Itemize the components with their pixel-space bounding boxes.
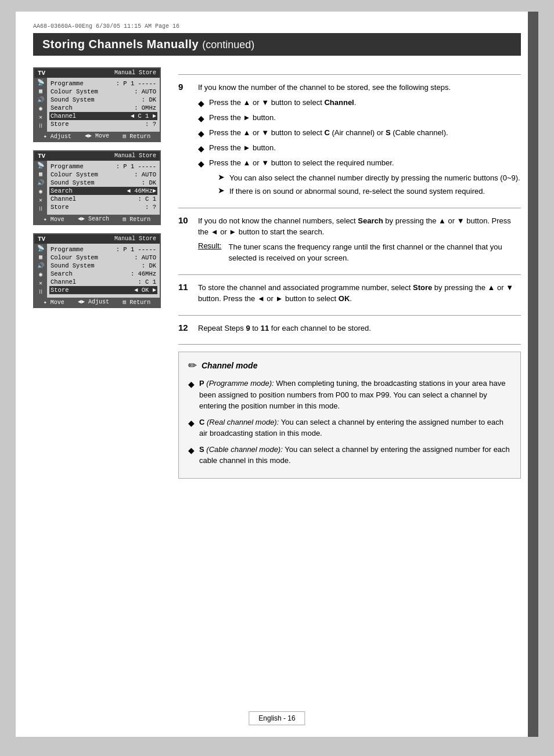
- step-12: 12 Repeat Steps 9 to 11 for each channel…: [178, 323, 521, 334]
- footer-return: ⊞ Return: [123, 216, 150, 223]
- bullet-item: ◆ Press the ► button.: [198, 112, 521, 125]
- page-footer: English - 16: [249, 711, 305, 725]
- tv-row: Sound System: DK: [49, 96, 157, 104]
- tv-row: Colour System: AUTO: [49, 171, 157, 179]
- step-text-9: If you know the number of the channel to…: [198, 82, 451, 93]
- result-block: Result: The tuner scans the frequency ra…: [198, 241, 521, 264]
- note-arrow-icon: ➤: [218, 172, 225, 184]
- channel-mode-text-s: S (Cable channel mode): You can select a…: [199, 444, 511, 466]
- page-title-continued: (continued): [202, 39, 254, 51]
- tv-icons-2: 📡 ▦ 🔊 ◉ ✕ ⁞⁞: [34, 161, 47, 215]
- tv-menu-rows-3: Programme: P 1 ----- Colour System: AUTO…: [47, 244, 160, 298]
- bullet-text: Press the ▲ or ▼ button to select C (Air…: [209, 127, 448, 140]
- note-text: If there is on sound or abnormal sound, …: [229, 186, 485, 197]
- note-text: You can also select the channel number d…: [229, 172, 520, 184]
- step-11: 11 To store the channel and associated p…: [178, 282, 521, 305]
- tv-row: Store: ?: [49, 203, 157, 211]
- icon-store: ⁞⁞: [39, 124, 42, 129]
- tv-row-highlighted: Store◄ OK ►: [49, 286, 157, 294]
- note-block-1: ➤ You can also select the channel number…: [218, 172, 521, 184]
- channel-mode-box: ✏ Channel mode ◆ P (Programme mode): Whe…: [178, 352, 521, 479]
- icon-sound: 🔊: [37, 263, 44, 269]
- tv-row: Channel: C 1: [49, 278, 157, 286]
- file-header: AA68-03660A-00Eng 6/30/05 11:15 AM Page …: [33, 23, 521, 30]
- bullet-text: Press the ► button.: [209, 142, 276, 155]
- channel-mode-item-p: ◆ P (Programme mode): When completing tu…: [188, 378, 511, 412]
- right-accent-bar: [528, 12, 538, 737]
- page-header-bar: Storing Channels Manually (continued): [33, 33, 521, 56]
- tv-menu-rows-1: Programme: P 1 ----- Colour System: AUTO…: [47, 78, 160, 132]
- tv-row: Search: OMHz: [49, 104, 157, 112]
- channel-mode-text-p: P (Programme mode): When completing tuni…: [199, 378, 511, 412]
- tv-box-2: TV Manual Store 📡 ▦ 🔊 ◉ ✕ ⁞⁞ Programme: …: [33, 150, 161, 225]
- tv-footer-3: ✦ Move ◄► Adjust ⊞ Return: [34, 298, 160, 307]
- channel-mode-text-c: C (Real channel mode): You can select a …: [199, 417, 511, 439]
- icon-store: ⁞⁞: [39, 207, 42, 212]
- icon-sound: 🔊: [37, 180, 44, 186]
- store-label-2: Manual Store: [114, 153, 156, 160]
- tv-label-2: TV: [38, 153, 45, 160]
- footer-move: ✦ Move: [44, 216, 64, 223]
- page-title-bold: Storing Channels Manually: [42, 38, 199, 51]
- tv-row: Colour System: AUTO: [49, 88, 157, 96]
- icon-search: ◉: [39, 189, 42, 195]
- diamond-icon: ◆: [188, 417, 195, 439]
- icon-channel: ✕: [39, 281, 42, 287]
- bullet-text: Press the ▲ or ▼ button to select the re…: [209, 157, 394, 170]
- footer-return: ⊞ Return: [123, 133, 150, 140]
- footer-search: ◄► Search: [78, 216, 109, 223]
- pencil-icon: ✏: [188, 359, 197, 372]
- tv-footer-2: ✦ Move ◄► Search ⊞ Return: [34, 215, 160, 224]
- diamond-icon: ◆: [198, 158, 204, 170]
- tv-label-3: TV: [38, 236, 45, 243]
- icon-channel: ✕: [39, 115, 42, 121]
- note-block-2: ➤ If there is on sound or abnormal sound…: [218, 186, 521, 197]
- result-text: The tuner scans the frequency range unti…: [228, 241, 521, 264]
- tv-row: Programme: P 1 -----: [49, 245, 157, 254]
- bullet-item: ◆ Press the ▲ or ▼ button to select the …: [198, 157, 521, 170]
- bullet-item: ◆ Press the ▲ or ▼ button to select Chan…: [198, 97, 521, 110]
- icon-search: ◉: [39, 272, 42, 278]
- bullet-text: Press the ▲ or ▼ button to select Channe…: [209, 97, 356, 110]
- tv-row: Channel: C 1: [49, 195, 157, 203]
- step-number-9: 9: [178, 82, 191, 93]
- diamond-icon: ◆: [188, 378, 195, 412]
- icon-antenna: 📡: [37, 246, 44, 252]
- footer-return: ⊞ Return: [123, 299, 150, 306]
- diamond-icon: ◆: [198, 97, 204, 110]
- channel-mode-title: ✏ Channel mode: [188, 359, 511, 372]
- icon-sound: 🔊: [37, 97, 44, 103]
- step-number-11: 11: [178, 282, 191, 305]
- diamond-icon: ◆: [198, 128, 204, 140]
- footer-move: ◄► Move: [85, 133, 109, 140]
- diamond-icon: ◆: [198, 143, 204, 155]
- step-text-10: If you do not know the channel numbers, …: [198, 215, 521, 238]
- footer-move: ✦ Move: [44, 299, 64, 306]
- tv-menu-rows-2: Programme: P 1 ----- Colour System: AUTO…: [47, 161, 160, 215]
- tv-label-1: TV: [38, 70, 45, 77]
- tv-row: Store: ?: [49, 120, 157, 128]
- diamond-icon: ◆: [188, 444, 195, 466]
- icon-color: ▦: [39, 255, 42, 261]
- step-9: 9 If you know the number of the channel …: [178, 82, 521, 197]
- store-label-3: Manual Store: [114, 236, 156, 243]
- bullet-item: ◆ Press the ► button.: [198, 142, 521, 155]
- tv-icons-1: 📡 ▦ 🔊 ◉ ✕ ⁞⁞: [34, 78, 47, 132]
- diamond-icon: ◆: [198, 113, 204, 125]
- icon-antenna: 📡: [37, 80, 44, 86]
- tv-row-highlighted: Channel◄ C 1 ►: [49, 112, 157, 120]
- step-text-11: To store the channel and associated prog…: [198, 282, 521, 305]
- step-text-12: Repeat Steps 9 to 11 for each channel to…: [198, 323, 371, 334]
- step-9-bullets: ◆ Press the ▲ or ▼ button to select Chan…: [198, 97, 521, 197]
- tv-row: Search: 46MHz: [49, 270, 157, 278]
- footer-adjust: ◄► Adjust: [78, 299, 109, 306]
- tv-row: Programme: P 1 -----: [49, 79, 157, 88]
- step-number-12: 12: [178, 323, 191, 334]
- bullet-text: Press the ► button.: [209, 112, 276, 125]
- icon-channel: ✕: [39, 198, 42, 204]
- channel-mode-title-text: Channel mode: [202, 361, 257, 370]
- result-label: Result:: [198, 241, 221, 264]
- bullet-item: ◆ Press the ▲ or ▼ button to select C (A…: [198, 127, 521, 140]
- tv-row: Colour System: AUTO: [49, 254, 157, 262]
- icon-antenna: 📡: [37, 163, 44, 169]
